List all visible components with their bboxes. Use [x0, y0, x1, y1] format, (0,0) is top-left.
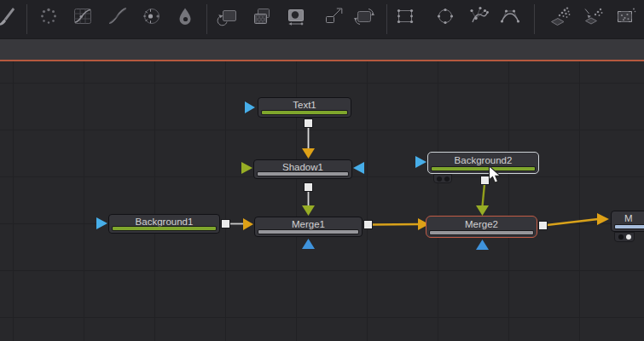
mediaout-viewer-indicator[interactable] [614, 232, 635, 242]
node-status-bar [615, 225, 644, 228]
fusion-page: { "colors": { "accent_line": "#b6593f", … [0, 0, 644, 341]
merge-tool-button[interactable] [216, 4, 240, 28]
merge-icon [216, 4, 240, 28]
node-label: Merge1 [255, 218, 362, 231]
toolbar-divider [534, 4, 535, 34]
header-strip [0, 38, 644, 60]
node-status-bar [432, 167, 535, 170]
particle-render-icon [613, 4, 637, 28]
resize-icon [322, 4, 346, 28]
viewer2-dot[interactable] [444, 176, 450, 182]
node-status-bar [262, 111, 347, 114]
transform-icon [352, 4, 376, 28]
color-corrector-tool-button[interactable] [140, 4, 164, 28]
matte-control-icon [250, 4, 274, 28]
paint-tool-button[interactable] [0, 4, 18, 28]
channel-booleans-icon [284, 4, 308, 28]
particle-emitter-icon [548, 4, 572, 28]
node-label: Merge2 [426, 217, 537, 231]
text1-output-port[interactable] [304, 118, 313, 128]
node-status-bar [258, 230, 358, 234]
node-label: Background2 [428, 153, 538, 167]
node-status-bar [113, 227, 216, 230]
hue-curves-tool-button[interactable] [173, 4, 197, 28]
polygon-mask-tool-button[interactable] [467, 4, 491, 28]
node-text1[interactable]: Text1 [258, 97, 351, 118]
viewer1-dot[interactable] [618, 234, 624, 240]
node-label: Text1 [258, 99, 351, 112]
viewer1-dot[interactable] [437, 176, 442, 182]
toolbar-divider [206, 4, 207, 34]
droplet-icon [173, 4, 197, 28]
ellipse-mask-tool-button[interactable] [433, 4, 457, 28]
bspline-mask-icon [498, 4, 522, 28]
rectangle-mask-tool-button[interactable] [393, 4, 417, 28]
resize-tool-button[interactable] [322, 4, 346, 28]
node-merge1[interactable]: Merge1 [254, 217, 363, 237]
viewer2-dot[interactable] [626, 234, 631, 240]
brightness-contrast-tool-button[interactable] [106, 4, 130, 28]
background2-viewer-indicator[interactable] [433, 174, 452, 183]
node-status-bar [258, 172, 348, 176]
toolbar-divider [26, 4, 27, 34]
color-curves-tool-button[interactable] [71, 4, 95, 28]
particle-merge-icon [581, 4, 605, 28]
node-status-bar [430, 231, 533, 234]
node-merge2-active[interactable]: Merge2 [426, 216, 537, 238]
node-background1[interactable]: Background1 [108, 214, 220, 234]
shadow1-output-port[interactable] [304, 182, 313, 192]
blur-tool-button[interactable] [37, 4, 61, 28]
ellipse-mask-icon [433, 4, 457, 28]
rectangle-mask-icon [393, 4, 417, 28]
node-shadow1[interactable]: Shadow1 [253, 159, 352, 179]
background1-output-port[interactable] [221, 219, 230, 228]
s-curve-icon [106, 4, 130, 28]
blur-icon [37, 4, 61, 28]
fusion-toolbar [0, 0, 644, 38]
node-mediaout-clipped[interactable]: M [611, 211, 644, 232]
particle-merge-tool-button[interactable] [581, 4, 605, 28]
particle-emitter-tool-button[interactable] [548, 4, 572, 28]
polygon-mask-icon [467, 4, 491, 28]
node-background2-selected[interactable]: Background2 [427, 152, 539, 174]
transform-tool-button[interactable] [352, 4, 376, 28]
node-label: M [612, 212, 644, 225]
matte-control-tool-button[interactable] [250, 4, 274, 28]
particle-render-tool-button[interactable] [613, 4, 637, 28]
color-curves-icon [71, 4, 95, 28]
background2-output-port[interactable] [480, 176, 490, 185]
toolbar-divider [386, 4, 387, 34]
merge2-output-port[interactable] [538, 221, 548, 230]
paint-brush-icon [0, 4, 18, 28]
merge1-output-port[interactable] [363, 220, 373, 229]
sun-icon [140, 4, 164, 28]
bspline-mask-tool-button[interactable] [498, 4, 522, 28]
channel-booleans-tool-button[interactable] [284, 4, 308, 28]
